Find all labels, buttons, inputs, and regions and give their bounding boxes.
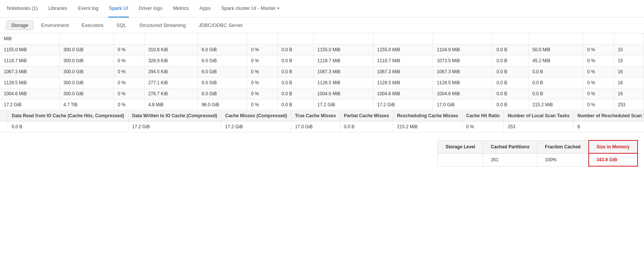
table-cell [59, 33, 114, 44]
subnav-jdbc[interactable]: JDBC/ODBC Server [194, 20, 248, 30]
table-cell: 17.2 GiB [0, 99, 59, 110]
nav-sparkui[interactable]: Spark UI [108, 0, 129, 17]
nav-apps[interactable]: Apps [199, 0, 211, 17]
table-cell: 0.0 B [528, 88, 583, 99]
cache-cell-rescheduled-scan: 8 [574, 121, 644, 132]
table-cell [373, 33, 433, 44]
table-cell: 253 [614, 99, 644, 110]
table-cell: 0 % [583, 44, 614, 55]
nav-libraries[interactable]: Libraries [48, 0, 68, 17]
table-cell: 6.0 GiB [198, 66, 247, 77]
table-cell: 0 % [114, 77, 144, 88]
table-cell: 276.7 KiB [144, 88, 198, 99]
table-cell: 1004.6 MiB [433, 88, 493, 99]
table-cell: 45.2 MiB [528, 55, 583, 66]
table-cell: 0 % [247, 99, 277, 110]
table-cell: 1118.7 MiB [0, 55, 59, 66]
subnav-sql[interactable]: SQL [111, 20, 131, 30]
table-cell: 0 % [247, 55, 277, 66]
nav-sparkcluster[interactable]: Spark cluster UI - Master ▾ [220, 0, 280, 17]
cache-header-data-read: Data Read from IO Cache (Cache Hits, Com… [8, 110, 128, 121]
table-cell: 6.0 GiB [198, 88, 247, 99]
table-cell: 1067.3 MiB [433, 66, 493, 77]
nav-notebooks[interactable]: Notebooks (1) [6, 0, 39, 17]
cache-table-row: 0.0 B 17.2 GiB 17.2 GiB 17.0 GiB 0.0 B 2… [0, 121, 644, 132]
cache-cell-rescheduling: 215.2 MiB [393, 121, 462, 132]
table-cell: 215.2 MiB [528, 99, 583, 110]
summary-cell-fraction: 100% [537, 153, 589, 166]
table-cell: 1067.3 MiB [313, 66, 373, 77]
cache-cell-partial-misses: 0.0 B [340, 121, 393, 132]
table-cell: 17.0 GiB [433, 99, 493, 110]
table-row: 1155.0 MiB 300.0 GiB 0 % 310.8 KiB 6.0 G… [0, 44, 644, 55]
table-cell: 0 % [247, 66, 277, 77]
table-cell: 50.0 MiB [528, 44, 583, 55]
table-cell [528, 33, 583, 44]
table-cell: 0 % [247, 88, 277, 99]
table-cell [144, 33, 198, 44]
table-cell: 0 % [114, 55, 144, 66]
table-cell: 0.0 B [492, 77, 528, 88]
table-row: 1118.7 MiB 300.0 GiB 0 % 328.9 KiB 6.0 G… [0, 55, 644, 66]
bottom-summary-area: Storage Level Cached Partitions Fraction… [0, 132, 644, 173]
table-cell: 294.5 KiB [144, 66, 198, 77]
table-cell: 277.1 KiB [144, 77, 198, 88]
summary-header-storage: Storage Level [438, 140, 483, 153]
subnav-executors[interactable]: Executors [77, 20, 109, 30]
cache-cell-cache-misses: 17.2 GiB [221, 121, 291, 132]
table-cell: 1004.6 MiB [0, 88, 59, 99]
table-cell [313, 33, 373, 44]
table-cell: 1067.3 MiB [373, 66, 433, 77]
table-cell: 1155.0 MiB [0, 44, 59, 55]
cache-header-true-misses: True Cache Misses [291, 110, 340, 121]
table-cell: 0 % [247, 44, 277, 55]
nav-driverlogs[interactable]: Driver logs [138, 0, 163, 17]
summary-table: Storage Level Cached Partitions Fraction… [438, 140, 638, 167]
table-row-total: 17.2 GiB 4.7 TiB 0 % 4.8 MiB 96.0 GiB 0 … [0, 99, 644, 110]
table-cell: 16 [614, 66, 644, 77]
subnav-storage[interactable]: Storage [6, 20, 33, 30]
sub-navigation: Storage Environment Executors SQL Struct… [0, 17, 644, 33]
table-cell: 0 % [583, 66, 614, 77]
cache-info-table: Data Read from IO Cache (Cache Hits, Com… [0, 110, 644, 132]
table-cell: 0.0 B [492, 88, 528, 99]
summary-header-size-memory: Size in Memory [589, 140, 638, 153]
table-cell: 15 [614, 55, 644, 66]
cache-cell-true-misses: 17.0 GiB [291, 121, 340, 132]
table-cell: 0 % [114, 66, 144, 77]
table-cell: 1067.3 MiB [0, 66, 59, 77]
table-cell [583, 33, 614, 44]
table-cell: 16 [614, 88, 644, 99]
table-cell: 1128.5 MiB [373, 77, 433, 88]
cache-cell-hit-ratio: 0 % [462, 121, 504, 132]
table-cell [198, 33, 247, 44]
table-cell: 16 [614, 77, 644, 88]
cache-cell-data-written: 17.2 GiB [128, 121, 221, 132]
table-row: 1067.3 MiB 300.0 GiB 0 % 294.5 KiB 6.0 G… [0, 66, 644, 77]
table-cell: 0.0 B [528, 66, 583, 77]
table-cell [278, 33, 314, 44]
table-cell: 0.0 B [278, 99, 314, 110]
summary-cell-size-memory: 343.9 GiB [589, 153, 638, 166]
table-cell: 1004.6 MiB [313, 88, 373, 99]
table-cell: 1118.7 MiB [373, 55, 433, 66]
table-cell: 0.0 B [278, 77, 314, 88]
table-cell: 1128.5 MiB [313, 77, 373, 88]
nav-metrics[interactable]: Metrics [172, 0, 189, 17]
table-cell: 0 % [247, 77, 277, 88]
subnav-structured-streaming[interactable]: Structured Streaming [134, 20, 191, 30]
table-cell [247, 33, 277, 44]
table-cell: 15 [614, 44, 644, 55]
table-cell: 0 % [583, 99, 614, 110]
subnav-environment[interactable]: Environment [36, 20, 74, 30]
table-cell: 0.0 B [278, 44, 314, 55]
cache-header-partial-misses: Partial Cache Misses [340, 110, 393, 121]
table-cell: 328.9 KiB [144, 55, 198, 66]
table-cell: 0.0 B [528, 77, 583, 88]
table-cell: 0 % [114, 99, 144, 110]
cache-cell-local-scan: 253 [504, 121, 574, 132]
table-cell: 1118.7 MiB [313, 55, 373, 66]
table-cell [492, 33, 528, 44]
table-row-header: MiB [0, 33, 644, 44]
nav-eventlog[interactable]: Event log [77, 0, 99, 17]
